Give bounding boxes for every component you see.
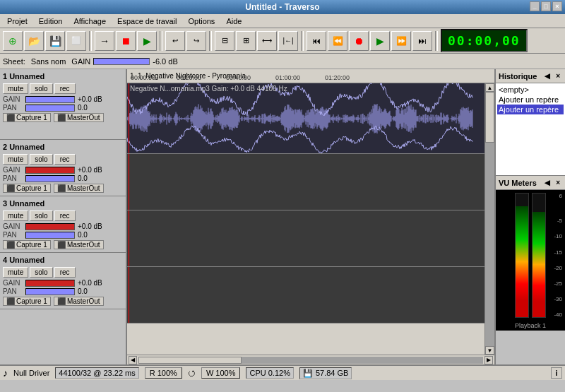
track-4-input[interactable]: ⬛Capture 1 bbox=[3, 297, 51, 306]
maximize-button[interactable]: □ bbox=[541, 1, 551, 11]
waveform-scroll[interactable]: Negative N...omania.mp3 Gain: +0.0 dB 44… bbox=[127, 83, 494, 355]
track-3-rec[interactable]: rec bbox=[54, 210, 76, 221]
track-4-solo[interactable]: solo bbox=[30, 267, 52, 278]
fast-fwd-btn[interactable]: ⏩ bbox=[391, 31, 411, 51]
vscroll-track[interactable] bbox=[485, 92, 494, 346]
gain-container: GAIN -6.0 dB bbox=[71, 57, 177, 66]
track-4-mute[interactable]: mute bbox=[3, 267, 28, 278]
hscroll-left-btn[interactable]: ◀ bbox=[129, 356, 137, 364]
track-control-3: 3 Unnamed mute solo rec GAIN +0.0 dB PAN… bbox=[0, 196, 126, 253]
close-button[interactable]: × bbox=[552, 1, 562, 11]
historique-close-btn[interactable]: × bbox=[554, 72, 562, 80]
history-item-selected[interactable]: Ajouter un repère bbox=[497, 105, 564, 114]
track-2-mute[interactable]: mute bbox=[3, 154, 28, 165]
minimize-button[interactable]: _ bbox=[530, 1, 540, 11]
zoom-out-btn[interactable]: ⊟ bbox=[215, 31, 234, 51]
fit-btn[interactable]: ⟷ bbox=[257, 31, 277, 51]
track-1-rec[interactable]: rec bbox=[54, 83, 76, 94]
sheet-name: Sans nom bbox=[31, 57, 66, 66]
play-btn[interactable]: ▶ bbox=[370, 31, 390, 51]
track-1-input[interactable]: ⬛ Capture 1 bbox=[3, 113, 51, 122]
vu-collapse-btn[interactable]: ◀ bbox=[542, 179, 552, 186]
track-1-gain-value: +0.0 dB bbox=[78, 95, 102, 103]
hscroll-track[interactable] bbox=[138, 357, 483, 364]
track-2-pan-bar[interactable] bbox=[25, 175, 75, 182]
track-3-output[interactable]: ⬛MasterOut bbox=[54, 240, 104, 249]
track-2-output[interactable]: ⬛MasterOut bbox=[54, 184, 104, 193]
track-waveform-2[interactable] bbox=[127, 154, 494, 210]
vu-bar-right bbox=[533, 212, 545, 317]
history-item-ajouter[interactable]: Ajouter un repère bbox=[497, 95, 564, 105]
historique-collapse-btn[interactable]: ◀ bbox=[542, 72, 552, 80]
gain-bar[interactable] bbox=[93, 58, 150, 65]
history-item-empty[interactable]: <empty> bbox=[497, 85, 564, 95]
track-3-mute[interactable]: mute bbox=[3, 210, 28, 221]
driver-name: Null Driver bbox=[13, 369, 49, 377]
vu-close-btn[interactable]: × bbox=[554, 179, 562, 186]
menu-affichage[interactable]: Affichage bbox=[69, 16, 110, 27]
playhead-4 bbox=[129, 267, 129, 323]
stop-record-button[interactable]: ⏹ bbox=[116, 31, 136, 51]
track-2-input[interactable]: ⬛Capture 1 bbox=[3, 184, 51, 193]
track-waveform-4[interactable] bbox=[127, 267, 494, 323]
menu-espace-de-travail[interactable]: Espace de travail bbox=[113, 16, 181, 27]
menu-options[interactable]: Options bbox=[184, 16, 219, 27]
menu-aide[interactable]: Aide bbox=[222, 16, 246, 27]
track-1-mute[interactable]: mute bbox=[3, 83, 28, 94]
sep1 bbox=[89, 31, 92, 51]
arrow-button[interactable]: → bbox=[95, 31, 114, 51]
info-icon[interactable]: i bbox=[551, 367, 562, 379]
track-1-gain-bar[interactable] bbox=[25, 96, 75, 103]
track-4-pan-param: PAN 0.0 bbox=[3, 287, 123, 295]
track-waveform-1[interactable]: Negative N...omania.mp3 Gain: +0.0 dB 44… bbox=[127, 83, 494, 154]
track-3-buttons: mute solo rec bbox=[3, 210, 123, 221]
track-3-solo[interactable]: solo bbox=[30, 210, 52, 221]
track-2-solo[interactable]: solo bbox=[30, 154, 52, 165]
track-3-pan-label: PAN bbox=[3, 231, 23, 239]
vscroll-thumb[interactable] bbox=[485, 92, 494, 143]
new-button[interactable]: ⊕ bbox=[3, 31, 23, 51]
rewind-btn[interactable]: ⏪ bbox=[328, 31, 347, 51]
hscroll-thumb[interactable] bbox=[138, 357, 242, 364]
snap-btn[interactable]: |←| bbox=[278, 31, 298, 51]
track-4-pan-bar[interactable] bbox=[25, 288, 75, 295]
track-waveform-3[interactable] bbox=[127, 210, 494, 267]
track-3-pan-bar[interactable] bbox=[25, 232, 75, 239]
track-4-rec[interactable]: rec bbox=[54, 267, 76, 278]
disk-item: 💾 57.84 GB bbox=[299, 367, 352, 379]
titlebar: Untitled - Traverso _ □ × bbox=[0, 0, 565, 14]
track-4-output[interactable]: ⬛MasterOut bbox=[54, 297, 104, 306]
redo-btn[interactable]: ↪ bbox=[186, 31, 206, 51]
rewind-start-btn[interactable]: ⏮ bbox=[307, 31, 326, 51]
menu-edition[interactable]: Edition bbox=[35, 16, 67, 27]
vscroll: ▲ ▼ bbox=[484, 83, 494, 355]
play-button2[interactable]: ▶ bbox=[137, 31, 157, 51]
fwd-end-btn[interactable]: ⏭ bbox=[412, 31, 432, 51]
track-1-pan-bar[interactable] bbox=[25, 105, 75, 112]
waveform-1-info: Negative N...omania.mp3 Gain: +0.0 dB 44… bbox=[130, 85, 287, 93]
track-2-rec[interactable]: rec bbox=[54, 154, 76, 165]
timeline-area: 1 1 Negative Nightcore - Pyromania 00:00… bbox=[127, 69, 494, 364]
w-button[interactable]: W 100% bbox=[201, 367, 241, 379]
menu-projet[interactable]: Projet bbox=[3, 16, 32, 27]
r-button[interactable]: R 100% bbox=[145, 367, 182, 379]
vscroll-down-btn[interactable]: ▼ bbox=[485, 346, 494, 355]
track-4-gain-bar[interactable] bbox=[25, 280, 75, 287]
track-1-solo[interactable]: solo bbox=[30, 83, 52, 94]
vscroll-up-btn[interactable]: ▲ bbox=[485, 83, 494, 92]
open-button[interactable]: 📂 bbox=[24, 31, 44, 51]
undo-button[interactable]: ⬜ bbox=[66, 31, 86, 51]
track-1-output[interactable]: ⬛ MasterOut bbox=[54, 113, 104, 122]
track-4-pan-value: 0.0 bbox=[78, 287, 88, 295]
save-button[interactable]: 💾 bbox=[45, 31, 65, 51]
vu-scale-25: -25 bbox=[554, 280, 562, 287]
track-2-io: ⬛Capture 1 ⬛MasterOut bbox=[3, 184, 123, 193]
track-2-gain-bar[interactable] bbox=[25, 167, 75, 174]
track-3-input[interactable]: ⬛Capture 1 bbox=[3, 240, 51, 249]
hscroll-right-btn[interactable]: ▶ bbox=[484, 356, 493, 364]
track-3-gain-label: GAIN bbox=[3, 222, 23, 230]
track-3-gain-bar[interactable] bbox=[25, 223, 75, 230]
record-btn[interactable]: ⏺ bbox=[349, 31, 369, 51]
zoom-in-btn[interactable]: ⊞ bbox=[236, 31, 256, 51]
undo-btn[interactable]: ↩ bbox=[165, 31, 185, 51]
